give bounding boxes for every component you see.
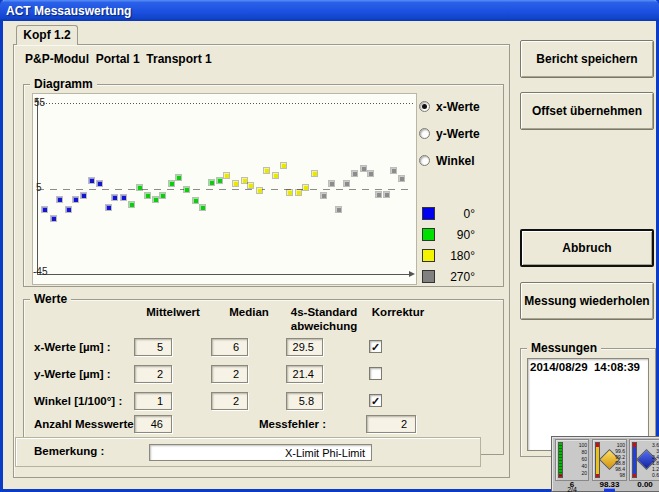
scatter-point [81,193,86,198]
upper-limit-line [37,103,414,104]
button-label: Bericht speichern [536,52,637,66]
radio-icon [419,128,430,139]
gauge-tick-labels: 3.632.41.81.20.6 [645,442,659,478]
x-axis-arrow-icon [409,271,415,277]
scatter-point [137,185,142,190]
scatter-point [169,181,174,186]
legend-label: 270° [435,270,475,284]
radio-winkel[interactable]: Winkel [419,147,480,174]
legend-label: 180° [435,249,475,263]
messfehler-label: Messfehler : [259,415,326,433]
scatter-point [273,173,278,178]
scatter-point [51,216,56,221]
offset-uebernehmen-button[interactable]: Offset übernehmen [520,92,654,130]
scatter-point [312,171,317,176]
y-tick-bottom: -45 [33,266,47,277]
scatter-point [303,185,308,190]
scatter-point [248,183,253,188]
scatter-point [257,188,262,193]
scatter-point [66,207,71,212]
title-bar[interactable]: ACT Messauswertung [0,0,659,21]
radio-label: y-Werte [436,127,480,141]
scatter-point [153,197,158,202]
scatter-point [200,205,205,210]
scatter-point [112,195,117,200]
scatter-point [176,175,181,180]
row-label-x-werte: x-Werte [µm] : [34,338,111,356]
value-type-radio-group: x-Werte y-Werte Winkel [419,93,480,174]
status-gauge-widget: 10080604020 10099.699.298.898.498 3.632.… [551,436,659,492]
scatter-point [264,168,269,173]
bericht-speichern-button[interactable]: Bericht speichern [520,40,654,78]
scatter-point [281,163,286,168]
y-stdabw-field[interactable]: 21.4 [286,365,323,383]
scatter-point [336,207,341,212]
row-label-winkel: Winkel [1/100°] : [34,392,122,410]
x-stdabw-field[interactable]: 29.5 [286,338,323,356]
gauge-error-panel: 3.632.41.81.20.6 [629,439,659,481]
scatter-point [321,193,326,198]
bemerkung-label: Bemerkung : [34,445,104,457]
gauge-percent-value: 98.33 [592,481,627,488]
scatter-point [242,178,247,183]
gauge-error-value: 0.00 [629,481,659,488]
korrektur-checkbox-x[interactable]: ✓ [369,340,382,353]
legend-swatch [422,270,435,283]
gauge-count-panel: 10080604020 [555,439,589,481]
legend-item: 270° [422,266,475,287]
messung-wiederholen-button[interactable]: Messung wiederholen [520,282,654,320]
header-stdabw-line2: abweichung [279,320,369,332]
bemerkung-field[interactable]: X-Limit Phi-Limit [149,444,372,461]
scatter-point [73,197,78,202]
legend-swatch [422,228,435,241]
scatter-point [89,178,94,183]
scatter-point [106,205,111,210]
legend-label: 90° [435,228,475,242]
anzahl-messwerte-label: Anzahl Messwerte : [34,415,141,433]
gauge-count-subvalue: 2/4 [555,487,589,492]
legend-label: 0° [435,207,475,221]
y-median-field[interactable]: 2 [211,365,248,383]
y-tick-mid: 5 [36,182,42,193]
messfehler-field[interactable]: 2 [366,415,416,433]
abbruch-button[interactable]: Abbruch [520,229,654,267]
y-mittelwert-field[interactable]: 2 [134,365,172,383]
messung-list-item[interactable]: 2014/08/29 14:08:39 [528,359,648,373]
werte-group: Werte Mittelwert Median 4s-Standard abwe… [23,299,504,455]
korrektur-checkbox-y[interactable] [369,367,382,380]
scatter-point [160,193,165,198]
module-header: P&P-Modul Portal 1 Transport 1 [25,52,212,66]
scatter-point [121,195,126,200]
gauge-tick-labels: 10080604020 [573,442,587,477]
scatter-point [184,187,189,192]
korrektur-checkbox-winkel[interactable]: ✓ [369,394,382,407]
row-label-y-werte: y-Werte [µm] : [34,365,111,383]
x-median-field[interactable]: 6 [211,338,248,356]
slider-indicator-icon [604,488,615,492]
messungen-group-label: Messungen [527,341,601,355]
gauge-percent-panel: 10099.699.298.898.498 [592,439,627,481]
winkel-median-field[interactable]: 2 [211,392,248,410]
scatter-point [296,190,301,195]
radio-y-werte[interactable]: y-Werte [419,120,480,147]
scatter-point [376,192,381,197]
window-title: ACT Messauswertung [6,4,131,18]
scatter-point [209,180,214,185]
x-mittelwert-field[interactable]: 5 [134,338,172,356]
diagram-group: Diagramm 55 5 -45 x-Werte y-Werte [23,84,504,287]
led-bar-gauge-icon [558,442,563,478]
winkel-stdabw-field[interactable]: 5.8 [286,392,323,410]
button-label: Abbruch [562,241,611,255]
diagram-group-label: Diagramm [30,77,97,91]
legend-swatch [422,207,435,220]
radio-label: Winkel [436,154,475,168]
scatter-point [391,168,396,173]
winkel-mittelwert-field[interactable]: 1 [134,392,172,410]
button-label: Messung wiederholen [524,294,649,308]
scatter-point [145,193,150,198]
radio-x-werte[interactable]: x-Werte [419,93,480,120]
legend-item: 90° [422,224,475,245]
y-tick-top: 55 [34,97,45,108]
anzahl-messwerte-field[interactable]: 46 [134,415,172,433]
tab-kopf-1-2[interactable]: Kopf 1.2 [16,25,78,45]
